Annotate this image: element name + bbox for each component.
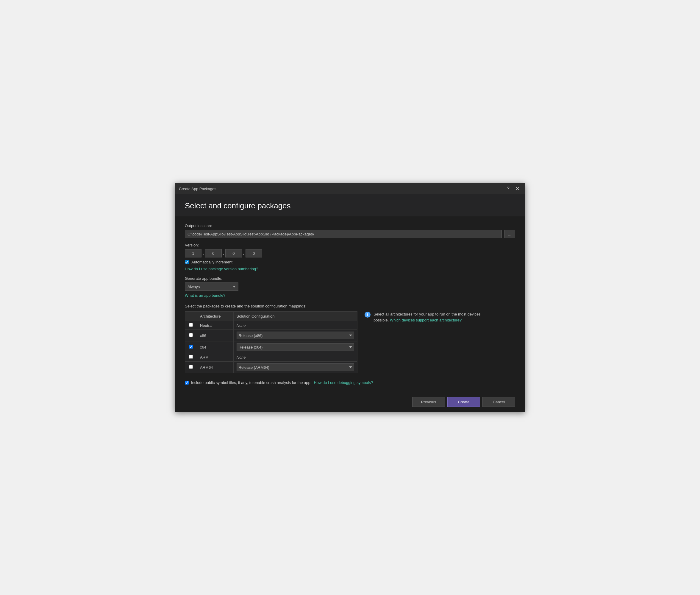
- version-sep-3: .: [243, 251, 244, 256]
- version-part-4[interactable]: [245, 249, 262, 257]
- auto-increment-checkbox[interactable]: [185, 260, 189, 264]
- main-window: Create App Packages ? ✕ Select and confi…: [175, 183, 525, 412]
- symbol-checkbox[interactable]: [185, 381, 189, 385]
- packages-instruction: Select the packages to create and the so…: [185, 304, 515, 308]
- config-arm-value: None: [233, 353, 357, 362]
- col-header-config: Solution Configuration: [233, 312, 357, 321]
- symbol-label[interactable]: Include public symbol files, if any, to …: [191, 380, 311, 385]
- config-x64-dropdown[interactable]: Release (x64): [237, 343, 354, 351]
- config-x86-dropdown[interactable]: Release (x86): [237, 332, 354, 339]
- window-title: Create App Packages: [179, 187, 216, 191]
- output-location-row: ...: [185, 230, 515, 238]
- version-sep-1: .: [203, 251, 204, 256]
- browse-button[interactable]: ...: [504, 230, 515, 238]
- table-row: ARM None: [185, 353, 357, 362]
- row-check-x86: [185, 330, 197, 341]
- version-link[interactable]: How do I use package version numbering?: [185, 267, 258, 271]
- output-location-label: Output location:: [185, 224, 515, 228]
- version-part-3[interactable]: [225, 249, 242, 257]
- bundle-dropdown[interactable]: Always As needed Never: [185, 282, 238, 291]
- previous-button[interactable]: Previous: [412, 397, 445, 407]
- auto-increment-label[interactable]: Automatically increment: [192, 260, 232, 264]
- row-check-x64: [185, 341, 197, 353]
- config-arm64-cell: Release (ARM64): [233, 362, 357, 373]
- close-button[interactable]: ✕: [514, 186, 521, 192]
- bundle-dropdown-row: Always As needed Never: [185, 282, 515, 291]
- header-section: Select and configure packages: [175, 194, 525, 217]
- version-sep-2: .: [223, 251, 224, 256]
- output-location-input[interactable]: [185, 230, 502, 238]
- version-row: . . .: [185, 249, 515, 257]
- page-title: Select and configure packages: [185, 201, 515, 210]
- row-check-arm: [185, 353, 197, 362]
- footer: Previous Create Cancel: [175, 392, 525, 412]
- title-bar-controls: ? ✕: [505, 186, 521, 192]
- arch-arm64-checkbox[interactable]: [189, 365, 193, 369]
- config-arm64-dropdown[interactable]: Release (ARM64): [237, 363, 354, 371]
- config-neutral-value: None: [233, 321, 357, 330]
- create-button[interactable]: Create: [447, 397, 480, 407]
- info-box: i Select all architectures for your app …: [364, 311, 490, 323]
- table-row: ARM64 Release (ARM64): [185, 362, 357, 373]
- info-text-content: Select all architectures for your app to…: [374, 311, 490, 323]
- packages-area: Architecture Solution Configuration Neut…: [185, 311, 515, 373]
- config-x86-cell: Release (x86): [233, 330, 357, 341]
- arch-x86-checkbox[interactable]: [189, 333, 193, 337]
- arch-arm64-label: ARM64: [197, 362, 234, 373]
- arch-x64-label: x64: [197, 341, 234, 353]
- table-row: x86 Release (x86): [185, 330, 357, 341]
- symbol-row: Include public symbol files, if any, to …: [185, 380, 515, 385]
- col-header-arch: Architecture: [197, 312, 234, 321]
- table-row: Neutral None: [185, 321, 357, 330]
- arch-neutral-label: Neutral: [197, 321, 234, 330]
- row-check-arm64: [185, 362, 197, 373]
- auto-increment-row: Automatically increment: [185, 260, 515, 264]
- architecture-link[interactable]: Which devices support each architecture?: [390, 318, 462, 322]
- cancel-button[interactable]: Cancel: [483, 397, 515, 407]
- packages-table: Architecture Solution Configuration Neut…: [185, 311, 357, 373]
- arch-neutral-checkbox[interactable]: [189, 323, 193, 327]
- title-bar: Create App Packages ? ✕: [175, 183, 525, 194]
- arch-x64-checkbox[interactable]: [189, 345, 193, 348]
- help-button[interactable]: ?: [505, 186, 511, 192]
- version-part-1[interactable]: [185, 249, 202, 257]
- version-label: Version:: [185, 243, 515, 247]
- version-part-2[interactable]: [205, 249, 222, 257]
- info-icon: i: [364, 312, 371, 318]
- col-header-check: [185, 312, 197, 321]
- row-check-neutral: [185, 321, 197, 330]
- config-x64-cell: Release (x64): [233, 341, 357, 353]
- arch-arm-label: ARM: [197, 353, 234, 362]
- bundle-label: Generate app bundle:: [185, 276, 515, 281]
- content-area: Output location: ... Version: . . . Auto…: [175, 217, 525, 392]
- table-row: x64 Release (x64): [185, 341, 357, 353]
- arch-arm-checkbox[interactable]: [189, 355, 193, 359]
- arch-x86-label: x86: [197, 330, 234, 341]
- bundle-link[interactable]: What is an app bundle?: [185, 293, 226, 298]
- symbol-link[interactable]: How do I use debugging symbols?: [314, 380, 373, 385]
